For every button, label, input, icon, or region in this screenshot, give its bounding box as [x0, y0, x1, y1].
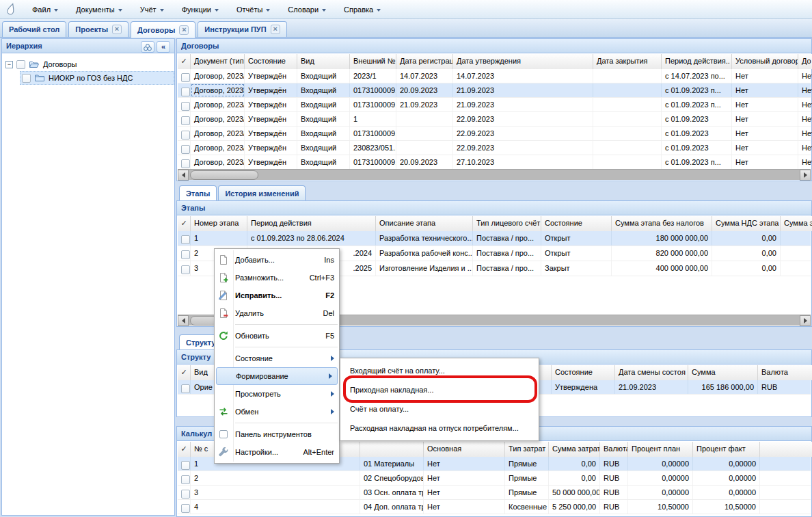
scroll-left-icon[interactable]: [178, 315, 189, 326]
menubar-item[interactable]: Файл: [23, 2, 67, 17]
row-checkbox[interactable]: [181, 490, 190, 499]
tree-expander-icon[interactable]: −: [5, 61, 13, 68]
row-checkbox[interactable]: [181, 250, 190, 259]
grid-row[interactable]: Договор, 2023/...УтверждёнВходящий017310…: [178, 83, 811, 98]
grid-header-cell[interactable]: Сумма НДС этапа: [712, 216, 781, 231]
row-checkbox[interactable]: [181, 235, 190, 244]
grid-row[interactable]: Договор, 2023/...УтверждёнВходящий122.09…: [178, 112, 811, 127]
tab[interactable]: История изменений: [218, 185, 306, 200]
contracts-hscrollbar[interactable]: [178, 169, 811, 180]
tab-close-icon[interactable]: ×: [271, 25, 280, 34]
row-checkbox[interactable]: [181, 102, 190, 111]
submenu-item[interactable]: Счёт на оплату...: [340, 399, 539, 419]
grid-header-cell[interactable]: Состояние: [245, 54, 297, 69]
grid-header-cell[interactable]: Основная: [424, 442, 505, 457]
tree-checkbox[interactable]: [16, 60, 25, 69]
grid-header-cell[interactable]: Сумма затрат: [549, 442, 600, 457]
tab[interactable]: Проекты×: [68, 21, 128, 37]
grid-header-cell[interactable]: ✓: [178, 365, 191, 380]
grid-header-cell[interactable]: Процент план: [628, 442, 693, 457]
grid-header-cell[interactable]: Процент факт: [693, 442, 760, 457]
grid-header-cell[interactable]: Описание этапа: [376, 216, 473, 231]
grid-row[interactable]: 404 Доп. оплата трудаНетКосвенные5 250 0…: [178, 500, 811, 514]
grid-header-cell[interactable]: Дата закрытия: [593, 54, 662, 69]
menubar-item[interactable]: Учёт: [131, 2, 173, 17]
submenu-item[interactable]: Входящий счёт на оплату...: [340, 361, 539, 380]
submenu-item[interactable]: Расходная накладная на отпуск потребител…: [340, 419, 539, 438]
grid-header-cell[interactable]: Состояние: [552, 365, 615, 380]
grid-header-cell[interactable]: Дата смены состоя: [615, 365, 688, 380]
grid-header-cell[interactable]: Состояние: [541, 216, 612, 231]
menubar-item[interactable]: Отчёты: [228, 2, 279, 17]
grid-header-cell[interactable]: Валюта: [758, 365, 812, 380]
grid-header-cell[interactable]: Вид: [297, 54, 350, 69]
context-menu-item[interactable]: УдалитьDel: [215, 304, 339, 322]
grid-header-cell[interactable]: Номер этапа: [191, 216, 247, 231]
grid-row[interactable]: Договор, 2023/...УтверждёнВходящий017310…: [178, 98, 811, 112]
grid-header-cell[interactable]: До: [798, 54, 812, 69]
tab[interactable]: Инструкции ПУП×: [198, 21, 286, 37]
tree-checkbox[interactable]: [22, 74, 31, 83]
grid-header-cell[interactable]: Валюта: [600, 442, 628, 457]
grid-header-cell[interactable]: [360, 442, 424, 457]
grid-header-cell[interactable]: ✓: [178, 216, 191, 231]
grid-header-cell[interactable]: [760, 442, 812, 457]
grid-row[interactable]: 303 Осн. оплата трудаНетПрямые50 000 000…: [178, 486, 811, 500]
grid-header-cell[interactable]: Тип затрат: [505, 442, 549, 457]
grid-header-cell[interactable]: Период действия: [247, 216, 376, 231]
grid-header-cell[interactable]: ✓: [178, 54, 191, 69]
row-checkbox[interactable]: [181, 159, 190, 168]
scroll-left-icon[interactable]: [178, 170, 189, 181]
submenu-item-annotated[interactable]: Приходная накладная...: [340, 380, 539, 399]
grid-header-cell[interactable]: ✓: [178, 442, 191, 457]
tab[interactable]: Договоры×: [131, 21, 195, 38]
tree-row[interactable]: −Договоры: [2, 57, 174, 71]
row-checkbox[interactable]: [181, 88, 190, 96]
grid-row[interactable]: Договор, 2023/...УтверждёнВходящий2023/1…: [178, 69, 811, 83]
grid-row[interactable]: Договор, 2023/...УтверждёнВходящий017310…: [178, 127, 811, 141]
row-checkbox[interactable]: [181, 73, 190, 82]
scroll-right-icon[interactable]: [800, 315, 811, 326]
row-checkbox[interactable]: [181, 504, 190, 513]
menubar-item[interactable]: Функции: [173, 2, 228, 17]
row-checkbox[interactable]: [181, 265, 190, 274]
grid-header-cell[interactable]: Сумма эт: [781, 216, 812, 231]
collapse-panel-icon[interactable]: «: [157, 41, 170, 53]
tab[interactable]: Рабочий стол: [2, 21, 66, 37]
context-menu-item[interactable]: Панель инструментов: [215, 425, 339, 443]
grid-header-cell[interactable]: Сумма этапа без налогов: [612, 216, 712, 231]
tree-row[interactable]: НИОКР по ГОЗ без НДС: [20, 71, 174, 85]
row-checkbox[interactable]: [181, 131, 190, 140]
grid-header-cell[interactable]: Период действия..: [662, 54, 732, 69]
context-menu-item[interactable]: Просмотреть: [215, 385, 339, 403]
context-menu-item[interactable]: Добавить...Ins: [215, 251, 339, 269]
context-menu-item[interactable]: Обмен: [215, 403, 339, 421]
context-menu-item[interactable]: Настройки...Alt+Enter: [215, 443, 339, 461]
context-menu-item[interactable]: Состояние: [215, 349, 339, 367]
grid-row[interactable]: Договор, 2023/...УтверждёнВходящий230823…: [178, 141, 811, 155]
context-menu-item[interactable]: Исправить...F2: [215, 287, 339, 304]
row-checkbox[interactable]: [181, 116, 190, 125]
grid-row[interactable]: 202 СпецоборудованиеНетПрямые0,00RUB0,00…: [178, 471, 811, 486]
scroll-right-icon[interactable]: [800, 170, 811, 181]
tab-close-icon[interactable]: ×: [179, 25, 189, 35]
grid-header-cell[interactable]: Тип лицевого счёт: [473, 216, 541, 231]
grid-header-cell[interactable]: Документ (тип, №: [191, 54, 245, 69]
grid-header-cell[interactable]: Дата регистрации.: [396, 54, 453, 69]
tab-close-icon[interactable]: ×: [112, 25, 122, 34]
grid-header-cell[interactable]: Сумма: [688, 365, 758, 380]
grid-row[interactable]: 1с 01.09.2023 по 28.06.2024Разработка те…: [178, 231, 811, 246]
grid-row[interactable]: Договор, 2023/...УтверждёнВходящий017310…: [178, 155, 811, 170]
row-checkbox[interactable]: [181, 384, 190, 393]
scroll-thumb[interactable]: [190, 170, 258, 180]
row-checkbox[interactable]: [181, 461, 190, 470]
menubar-item[interactable]: Документы: [67, 2, 131, 17]
grid-header-cell[interactable]: Внешний №: [350, 54, 396, 69]
row-checkbox[interactable]: [181, 145, 190, 154]
context-menu-item[interactable]: ОбновитьF5: [215, 327, 339, 345]
menubar-item[interactable]: Словари: [279, 2, 335, 17]
menubar-item[interactable]: Справка: [335, 2, 390, 17]
context-menu-item[interactable]: Формирование: [216, 367, 338, 385]
tab[interactable]: Этапы: [179, 185, 217, 201]
context-menu-item[interactable]: Размножить...Ctrl+F3: [215, 269, 339, 287]
